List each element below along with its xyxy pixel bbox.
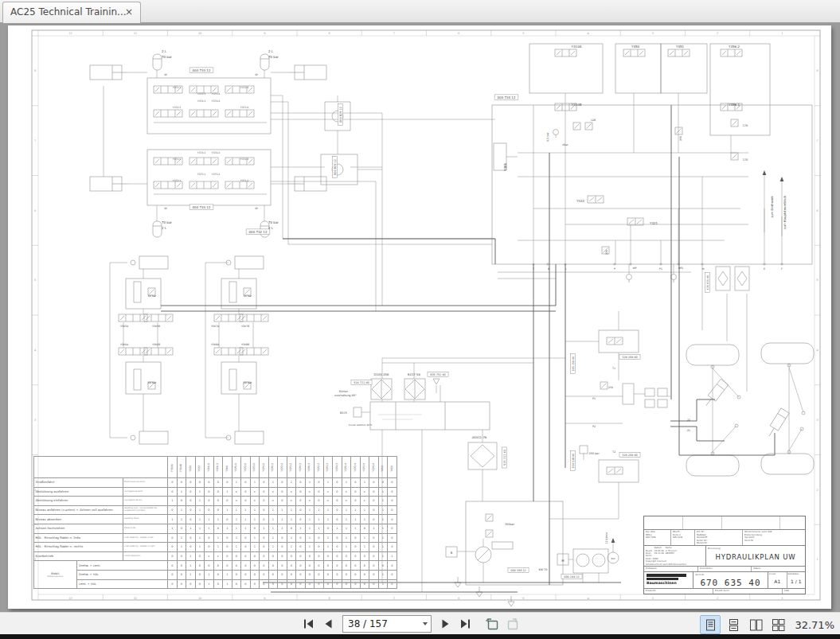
schematic-label: Kühler-: [339, 390, 350, 393]
schematic-label: Y307B: [241, 325, 249, 328]
sheet-number: 1 / 1: [787, 579, 806, 584]
svg-text:B325: B325: [340, 411, 347, 415]
revision-table: [644, 516, 805, 530]
schematic-label: B: [451, 551, 453, 555]
single-page-view-button[interactable]: [700, 615, 721, 634]
continuous-view-button[interactable]: [724, 616, 743, 633]
previous-page-button[interactable]: [319, 615, 337, 633]
svg-text:Y451: Y451: [675, 45, 685, 49]
svg-text:9: 9: [264, 32, 265, 35]
zoom-level[interactable]: 32.71%: [795, 619, 834, 631]
matrix-column-header: Y310A: [168, 457, 178, 478]
svg-text:150 bar: 150 bar: [588, 452, 600, 455]
schematic-label: B325: [340, 411, 347, 415]
schematic-label: 250: [608, 386, 613, 389]
pdf-viewer-window: { "tab": { "title": "AC25 Technical Trai…: [0, 0, 840, 639]
schematic-label: 70 bar: [268, 55, 279, 59]
schematic-label: T2: [611, 450, 615, 454]
matrix-column-header: Y374.1: [260, 457, 269, 478]
svg-text:6: 6: [458, 597, 459, 600]
schematic-label: 514 722 40: [351, 380, 372, 385]
svg-text:Y373.2: Y373.2: [212, 173, 221, 176]
page-number-input[interactable]: 38 / 157: [342, 615, 432, 633]
first-page-button[interactable]: [299, 615, 317, 633]
schematic-label: Y321: [649, 221, 658, 225]
schematic-label: 000 829 12: [338, 104, 342, 126]
svg-text:635 752 40: 635 752 40: [430, 373, 445, 376]
schematic-label: Y307A: [211, 325, 220, 328]
page-number-value: 38 / 157: [348, 618, 388, 629]
schematic-label: Y372.2: [240, 158, 249, 161]
svg-text:zum Hauptsteuerblock: zum Hauptsteuerblock: [783, 195, 787, 230]
schematic-label: 60 bar: [148, 294, 157, 298]
svg-text:515 721 40: 515 721 40: [503, 450, 506, 465]
svg-text:7: 7: [393, 32, 395, 35]
document-viewer[interactable]: 1212111110109988776655443322118877665544…: [0, 23, 840, 612]
operation-matrix-table: Y310AY310BY321Y322Y356.1Y356.2Y366Y371.1…: [33, 456, 398, 589]
matrix-row: Mob/LMobile operationDrehw. + Lenk.00100…: [34, 561, 397, 571]
svg-text:Y306A: Y306A: [120, 343, 129, 346]
svg-text:5: 5: [522, 597, 524, 600]
schematic-label: Y374.3: [197, 99, 206, 103]
svg-text:635 915 40: 635 915 40: [706, 275, 709, 290]
svg-text:270: 270: [605, 250, 608, 255]
pdf-page: 1212111110109988776655443322118877665544…: [8, 25, 831, 609]
matrix-column-header: Y366: [223, 457, 232, 478]
svg-text:Y372.4: Y372.4: [240, 86, 249, 89]
svg-text:60 bar: 60 bar: [244, 381, 252, 384]
svg-text:Y307B: Y307B: [241, 325, 249, 328]
schematic-label: E217-58: [408, 372, 420, 376]
svg-text:70 bar: 70 bar: [162, 55, 172, 59]
svg-text:350bar: 350bar: [505, 523, 515, 526]
tab-close-icon[interactable]: ×: [125, 6, 133, 18]
svg-text:9: 9: [264, 597, 265, 600]
matrix-column-header: Y356.2: [213, 457, 223, 478]
schematic-label: P1: [592, 397, 596, 400]
facing-view-button[interactable]: [746, 616, 765, 633]
document-tab[interactable]: AC25 Technical Trainin... ×: [2, 2, 141, 23]
status-bar: 38 / 157: [0, 612, 840, 635]
schematic-label: 2 L: [268, 49, 274, 53]
svg-text:Y374.1: Y374.1: [197, 151, 206, 154]
schematic-label: Y305A: [120, 325, 129, 328]
svg-text:1: 1: [781, 32, 783, 35]
svg-text:E217-58: E217-58: [408, 372, 420, 376]
svg-text:270: 270: [679, 136, 682, 141]
svg-text:Y356.2: Y356.2: [728, 45, 740, 49]
schematic-label: Y305B: [152, 325, 160, 328]
svg-text:Y374.2: Y374.2: [212, 151, 221, 154]
schematic-label: Z2: [687, 419, 690, 422]
next-view-button[interactable]: [503, 615, 521, 633]
matrix-column-header: Y374.3: [333, 457, 342, 478]
operation-matrix: Y310AY310BY321Y322Y356.1Y356.2Y366Y371.1…: [33, 456, 397, 589]
schematic-label: 70 bar: [162, 55, 172, 59]
svg-text:T1: T1: [611, 367, 615, 370]
svg-text:Y372.1: Y372.1: [173, 179, 182, 182]
svg-text:T: T: [532, 267, 534, 271]
schematic-label: Y373.4: [240, 106, 249, 109]
next-page-button[interactable]: [437, 615, 455, 633]
svg-text:654 538 40: 654 538 40: [572, 454, 575, 468]
matrix-row: Abstützung ausfahrenOutriggers extend010…: [34, 487, 397, 497]
matrix-row: Lenk. + HAL0000101000000000000000010: [34, 579, 397, 589]
last-page-button[interactable]: [457, 615, 475, 633]
matrix-column-header: Y374.4: [369, 457, 379, 478]
matrix-column-header: Y373.1: [250, 457, 260, 478]
svg-text:Y374.4: Y374.4: [212, 99, 221, 103]
schematic-label: 000 244 12: [561, 575, 582, 579]
schematic-label: P1: [659, 267, 662, 271]
schematic-label: 000 733 12: [189, 68, 213, 73]
matrix-row: HAL - Einschlag Räder n. rechtsCrab Stee…: [34, 543, 397, 552]
previous-view-button[interactable]: [483, 615, 501, 633]
schematic-label: Y310B: [571, 103, 582, 107]
svg-text:P2: P2: [592, 425, 596, 428]
continuous-facing-view-button[interactable]: [768, 616, 787, 633]
svg-text:8: 8: [34, 69, 36, 72]
page-dropdown-caret[interactable]: [423, 622, 428, 625]
svg-text:Y371.2: Y371.2: [240, 179, 249, 182]
matrix-column-header: Y310B: [177, 457, 186, 478]
schematic-label: P: [614, 267, 615, 271]
svg-text:6bar: 6bar: [562, 143, 568, 146]
schematic-label: Y451: [675, 45, 685, 49]
schematic-label: Y373.1: [197, 173, 206, 176]
